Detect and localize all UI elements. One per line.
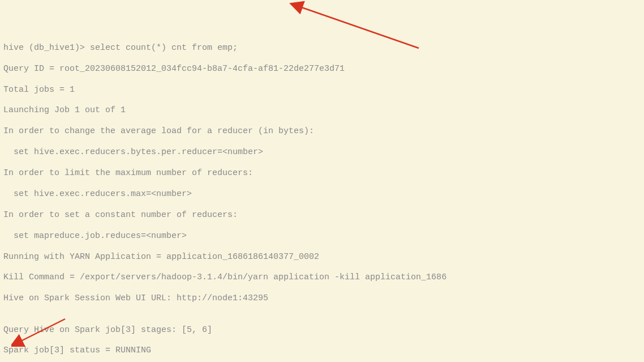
terminal-line: set hive.exec.reducers.bytes.per.reducer… xyxy=(3,147,641,157)
terminal-line: Total jobs = 1 xyxy=(3,85,641,95)
terminal-line: set hive.exec.reducers.max=<number> xyxy=(3,189,641,199)
terminal-line: Query Hive on Spark job[3] stages: [5, 6… xyxy=(3,325,641,335)
terminal-line: Running with YARN Application = applicat… xyxy=(3,252,641,262)
svg-line-1 xyxy=(300,7,419,48)
terminal-line: Launching Job 1 out of 1 xyxy=(3,105,641,116)
sql-command: select count(*) cnt from emp; xyxy=(90,43,238,53)
terminal-line: Hive on Spark Session Web UI URL: http:/… xyxy=(3,293,641,304)
terminal-line: In order to set a constant number of red… xyxy=(3,210,641,220)
terminal-line: hive (db_hive1)> select count(*) cnt fro… xyxy=(3,43,641,53)
terminal-line: Spark job[3] status = RUNNING xyxy=(3,346,641,356)
terminal-line: In order to limit the maximum number of … xyxy=(3,168,641,178)
terminal-line: Query ID = root_20230608152012_034fcc94-… xyxy=(3,64,641,74)
terminal-line: Kill Command = /export/servers/hadoop-3.… xyxy=(3,272,641,283)
hive-prompt: hive (db_hive1)> xyxy=(3,43,90,53)
terminal-line: set mapreduce.job.reduces=<number> xyxy=(3,231,641,241)
terminal-line: In order to change the average load for … xyxy=(3,126,641,137)
